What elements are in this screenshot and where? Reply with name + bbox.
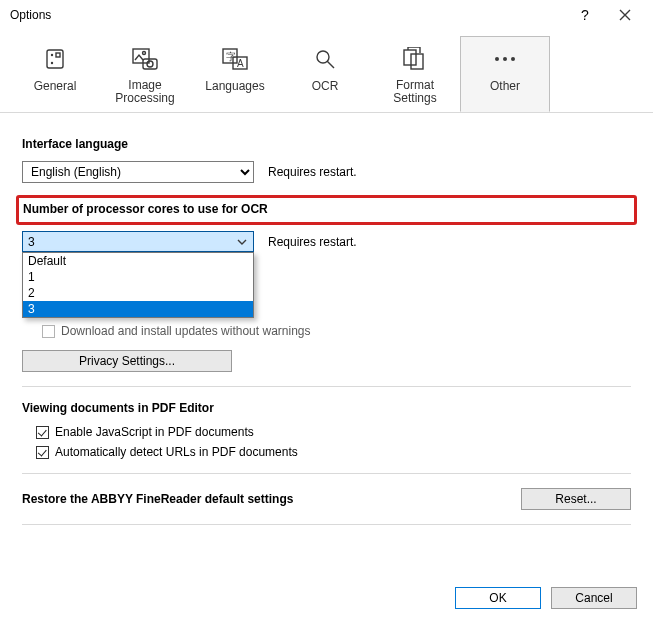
dialog-footer: OK Cancel xyxy=(455,587,637,609)
format-settings-icon xyxy=(402,45,428,73)
tab-label: Other xyxy=(490,79,520,93)
svg-point-1 xyxy=(51,54,53,56)
tab-image-processing[interactable]: Image Processing xyxy=(100,36,190,112)
cores-highlight: Number of processor cores to use for OCR xyxy=(16,195,637,225)
restart-note: Requires restart. xyxy=(268,235,357,249)
cores-select-display[interactable]: 3 xyxy=(22,231,254,252)
updates-checkbox-label: Download and install updates without war… xyxy=(61,324,311,338)
svg-rect-13 xyxy=(404,50,416,65)
cores-select[interactable]: 3 Default 1 2 3 xyxy=(22,231,254,252)
cores-option[interactable]: 1 xyxy=(23,269,253,285)
separator xyxy=(22,524,631,525)
cores-option[interactable]: 2 xyxy=(23,285,253,301)
close-icon xyxy=(619,9,631,21)
svg-rect-14 xyxy=(411,54,423,69)
separator xyxy=(22,386,631,387)
interface-language-title: Interface language xyxy=(22,137,631,151)
updates-checkbox[interactable] xyxy=(42,325,55,338)
tab-format-settings[interactable]: Format Settings xyxy=(370,36,460,112)
tab-content: Interface language English (English) Req… xyxy=(0,113,653,525)
tab-label: Languages xyxy=(205,79,264,93)
cores-selected-value: 3 xyxy=(28,235,35,249)
tab-label: OCR xyxy=(312,79,339,93)
tab-general[interactable]: General xyxy=(10,36,100,112)
cancel-button[interactable]: Cancel xyxy=(551,587,637,609)
interface-language-select[interactable]: English (English) xyxy=(22,161,254,183)
tab-other[interactable]: Other xyxy=(460,36,550,112)
updates-checkbox-row[interactable]: Download and install updates without war… xyxy=(22,324,631,338)
languages-icon: 字A xyxy=(221,45,249,73)
svg-point-17 xyxy=(511,57,515,61)
ok-button[interactable]: OK xyxy=(455,587,541,609)
detect-urls-label: Automatically detect URLs in PDF documen… xyxy=(55,445,298,459)
restart-note: Requires restart. xyxy=(268,165,357,179)
ocr-icon xyxy=(313,45,337,73)
svg-point-7 xyxy=(147,61,153,67)
separator xyxy=(22,473,631,474)
svg-rect-4 xyxy=(133,49,149,63)
chevron-down-icon xyxy=(234,235,249,249)
detect-urls-checkbox-row[interactable]: Automatically detect URLs in PDF documen… xyxy=(36,445,631,459)
tab-label: Format Settings xyxy=(393,79,436,105)
svg-point-15 xyxy=(495,57,499,61)
general-icon xyxy=(43,45,67,73)
image-processing-icon xyxy=(131,45,159,73)
tab-strip: General Image Processing 字A Languages OC… xyxy=(0,30,653,113)
svg-point-2 xyxy=(51,62,53,64)
privacy-settings-button[interactable]: Privacy Settings... xyxy=(22,350,232,372)
tab-label: Image Processing xyxy=(115,79,174,105)
tab-ocr[interactable]: OCR xyxy=(280,36,370,112)
cores-option[interactable]: 3 xyxy=(23,301,253,317)
window-title: Options xyxy=(10,8,565,22)
reset-button[interactable]: Reset... xyxy=(521,488,631,510)
enable-js-checkbox-row[interactable]: Enable JavaScript in PDF documents xyxy=(36,425,631,439)
restore-title: Restore the ABBYY FineReader default set… xyxy=(22,492,293,506)
svg-point-16 xyxy=(503,57,507,61)
cores-title: Number of processor cores to use for OCR xyxy=(23,202,628,216)
tab-languages[interactable]: 字A Languages xyxy=(190,36,280,112)
enable-js-label: Enable JavaScript in PDF documents xyxy=(55,425,254,439)
tab-label: General xyxy=(34,79,77,93)
detect-urls-checkbox[interactable] xyxy=(36,446,49,459)
cores-dropdown-list: Default 1 2 3 xyxy=(22,252,254,318)
svg-rect-3 xyxy=(56,53,60,57)
other-icon xyxy=(492,45,518,73)
cores-option[interactable]: Default xyxy=(23,253,253,269)
svg-text:A: A xyxy=(237,58,244,69)
titlebar: Options ? xyxy=(0,0,653,30)
svg-point-5 xyxy=(143,52,146,55)
enable-js-checkbox[interactable] xyxy=(36,426,49,439)
close-button[interactable] xyxy=(605,1,645,29)
help-button[interactable]: ? xyxy=(565,1,605,29)
viewing-title: Viewing documents in PDF Editor xyxy=(22,401,631,415)
